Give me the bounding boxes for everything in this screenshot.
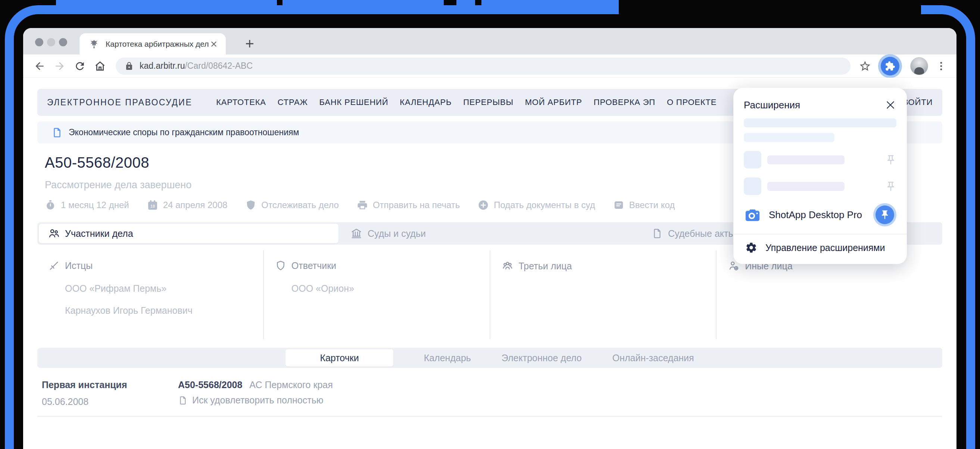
nav-item-bank-resheniy[interactable]: БАНК РЕШЕНИЙ <box>320 97 388 107</box>
shield-outline-icon <box>275 260 286 271</box>
column-plaintiffs-header: Истцы <box>49 260 263 271</box>
new-tab-button[interactable] <box>242 35 258 52</box>
tab-title: Картотека арбитражных дел <box>106 40 209 49</box>
instance-left: Первая инстанция 05.06.2008 <box>42 380 178 407</box>
column-third-parties: Третьи лица <box>490 250 716 339</box>
column-third-parties-header: Третьи лица <box>501 260 716 272</box>
print-label: Отправить на печать <box>373 200 460 210</box>
tab-strip: Картотека арбитражных дел <box>23 28 956 54</box>
view-tab-online-sessions[interactable]: Онлайн-заседания <box>612 353 694 363</box>
view-tab-cards[interactable]: Карточки <box>285 349 393 366</box>
window-control-dot[interactable] <box>35 38 43 46</box>
pin-button[interactable] <box>873 203 896 226</box>
pin-button-core <box>875 205 894 224</box>
tab-judicial-acts-label: Судебные акты <box>668 228 735 239</box>
site-menu: КАРТОТЕКА СТРАЖ БАНК РЕШЕНИЙ КАЛЕНДАРЬ П… <box>216 97 716 107</box>
file-documents-item[interactable]: Подать документы в суд <box>478 200 595 211</box>
divider <box>37 416 942 417</box>
screenshot-stage: Картотека арбитражных дел kad <box>0 0 980 449</box>
party-name[interactable]: Карнаухов Игорь Германович <box>65 305 263 316</box>
window-control-dot[interactable] <box>47 38 55 46</box>
date-label: 24 апреля 2008 <box>163 200 228 210</box>
pin-outline-icon[interactable] <box>885 181 896 192</box>
popup-header: Расширения <box>744 99 896 111</box>
tab-courts[interactable]: Суды и судьи <box>340 222 641 244</box>
tab-participants-label: Участники дела <box>65 228 133 239</box>
login-button[interactable]: ВОЙТИ <box>903 97 932 107</box>
enter-code-item[interactable]: Ввести код <box>613 200 675 211</box>
column-defendants-header: Ответчики <box>275 260 490 271</box>
column-defendants: Ответчики ООО «Орион» <box>263 250 490 339</box>
camera-icon <box>744 206 761 224</box>
extension-name: ShotApp Desktop Pro <box>769 209 873 221</box>
track-case-label: Отслеживать дело <box>261 200 339 210</box>
skeleton-bar <box>744 133 834 142</box>
instance-decision: Иск удовлетворить полностью <box>192 395 323 406</box>
nav-item-strazh[interactable]: СТРАЖ <box>278 97 308 107</box>
extensions-button-core <box>881 57 899 75</box>
reload-icon[interactable] <box>74 60 86 72</box>
home-icon[interactable] <box>94 60 106 72</box>
nav-item-kartoteka[interactable]: КАРТОТЕКА <box>216 97 266 107</box>
party-name[interactable]: ООО «Рифрам Пермь» <box>65 283 263 294</box>
pin-outline-icon[interactable] <box>885 154 896 166</box>
forward-icon[interactable] <box>54 60 66 72</box>
menu-kebab-icon[interactable] <box>935 61 947 72</box>
skeleton-extension-icon <box>744 151 761 168</box>
instance-right: А50-5568/2008 АС Пермского края Иск удов… <box>178 380 333 407</box>
party-name[interactable]: ООО «Орион» <box>291 283 490 294</box>
duration-item: 1 месяц 12 дней <box>45 200 129 211</box>
code-icon <box>613 200 624 211</box>
back-icon[interactable] <box>33 60 46 72</box>
skeleton-extension-name <box>767 182 845 191</box>
instance-case-number[interactable]: А50-5568/2008 <box>178 380 242 390</box>
column-plaintiffs: Истцы ООО «Рифрам Пермь» Карнаухов Игорь… <box>37 250 263 339</box>
extension-row-shotapp[interactable]: ShotApp Desktop Pro <box>744 203 896 226</box>
manage-extensions-label: Управление расширениями <box>765 243 885 253</box>
breadcrumb-label: Экономические споры по гражданским право… <box>68 127 299 137</box>
document-icon <box>178 396 188 405</box>
print-item[interactable]: Отправить на печать <box>357 200 460 211</box>
nav-item-proverka-ep[interactable]: ПРОВЕРКА ЭП <box>594 97 655 107</box>
instance-decision-line[interactable]: Иск удовлетворить полностью <box>178 395 333 406</box>
nav-item-kalendar[interactable]: КАЛЕНДАРЬ <box>400 97 452 107</box>
popup-title: Расширения <box>744 99 885 111</box>
tab-participants[interactable]: Участники дела <box>39 224 339 243</box>
date-item: 18 24 апреля 2008 <box>147 200 228 211</box>
extensions-button[interactable] <box>878 54 902 78</box>
frame-notch <box>283 0 444 7</box>
lock-icon <box>125 62 134 70</box>
case-status: Рассмотрение дела завершено <box>45 179 191 191</box>
close-icon[interactable] <box>885 99 896 111</box>
track-case-item[interactable]: Отслеживать дело <box>245 200 339 211</box>
extensions-popup: Расширения ShotApp Desktop Pro <box>733 88 907 264</box>
skeleton-extension-row <box>744 151 896 168</box>
browser-tab[interactable]: Картотека арбитражных дел <box>80 33 226 54</box>
url-domain: kad.arbitr.ru <box>140 61 185 70</box>
courthouse-icon <box>350 227 363 240</box>
url-path: /Card/08642-ABC <box>185 61 253 70</box>
view-tab-electronic-case[interactable]: Электронное дело <box>501 353 582 363</box>
enter-code-label: Ввести код <box>629 200 675 210</box>
pin-filled-icon <box>880 209 890 220</box>
instance-block: Первая инстанция 05.06.2008 А50-5568/200… <box>42 380 333 407</box>
frame-notch <box>56 0 277 7</box>
view-tab-calendar[interactable]: Календарь <box>424 353 471 363</box>
manage-extensions-item[interactable]: Управление расширениями <box>744 234 896 257</box>
plaintiffs-list: ООО «Рифрам Пермь» Карнаухов Игорь Герма… <box>49 283 263 316</box>
nav-item-o-proekte[interactable]: О ПРОЕКТЕ <box>667 97 716 107</box>
printer-icon <box>357 200 368 211</box>
calendar-icon: 18 <box>147 200 158 211</box>
puzzle-icon <box>885 61 895 71</box>
site-brand: ЭЛЕКТРОННОЕ ПРАВОСУДИЕ <box>47 97 192 107</box>
window-control-dot[interactable] <box>59 38 67 46</box>
bookmark-star-icon[interactable] <box>859 60 872 72</box>
sword-icon <box>49 260 60 271</box>
address-bar[interactable]: kad.arbitr.ru/Card/08642-ABC <box>116 58 851 75</box>
nav-item-pereryvy[interactable]: ПЕРЕРЫВЫ <box>463 97 514 107</box>
profile-avatar[interactable] <box>910 57 928 75</box>
nav-item-moy-arbitr[interactable]: МОЙ АРБИТР <box>525 97 582 107</box>
instance-court: АС Пермского края <box>249 380 332 390</box>
tab-close-icon[interactable] <box>209 40 218 49</box>
stopwatch-icon <box>45 200 56 211</box>
